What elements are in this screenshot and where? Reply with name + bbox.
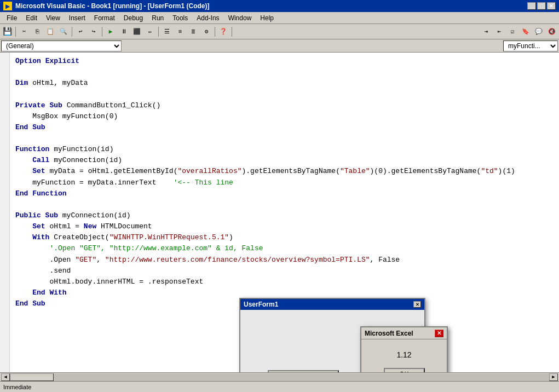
proc-dropdown[interactable]: myFuncti... bbox=[503, 41, 558, 51]
title-bar: ▶ Microsoft Visual Basic - Book1 [runnin… bbox=[0, 0, 559, 12]
tb-indent-btn[interactable]: ⇥ bbox=[480, 26, 492, 38]
menu-bar: File Edit View Insert Format Debug Run T… bbox=[0, 12, 559, 24]
line-gutter bbox=[0, 53, 10, 372]
msgbox-body: 1.12 OK bbox=[361, 339, 447, 372]
tb-stop-btn[interactable]: ⬛ bbox=[131, 26, 143, 38]
tb-sep-6 bbox=[232, 27, 232, 37]
menu-edit[interactable]: Edit bbox=[21, 13, 42, 23]
tb-sep-5 bbox=[215, 27, 215, 37]
status-bar: Immediate bbox=[0, 381, 559, 392]
code-line-10: Call myConnection(id) bbox=[15, 155, 554, 166]
h-scrollbar[interactable]: ◀ ▶ bbox=[0, 372, 559, 381]
tb-sep-1 bbox=[15, 27, 16, 37]
code-line-6: MsgBox myFunction(0) bbox=[15, 111, 554, 122]
tb-outdent-btn[interactable]: ⇤ bbox=[493, 26, 505, 38]
editor-area: Option Explicit Dim oHtml, myData Privat… bbox=[0, 53, 559, 372]
code-line-21: oHtml.body.innerHTML = .responseText bbox=[15, 276, 554, 287]
code-line-19: .Open "GET", "http://www.reuters.com/fin… bbox=[15, 255, 554, 266]
title-text: Microsoft Visual Basic - Book1 [running]… bbox=[15, 2, 209, 10]
object-dropdown[interactable]: (General) bbox=[1, 41, 122, 51]
menu-window[interactable]: Window bbox=[224, 13, 256, 23]
scrollbar-thumb[interactable] bbox=[10, 373, 54, 381]
dropdown-bar: (General) myFuncti... bbox=[0, 39, 559, 53]
tb-sep-4 bbox=[158, 27, 159, 37]
menu-debug[interactable]: Debug bbox=[119, 13, 147, 23]
code-line-17: With CreateObject("WINHTTP.WinHTTPReques… bbox=[15, 232, 554, 243]
code-line-3: Dim oHtml, myData bbox=[15, 78, 554, 89]
menu-tools[interactable]: Tools bbox=[168, 13, 192, 23]
code-line-8 bbox=[15, 133, 554, 144]
userform-title-bar: UserForm1 ✕ bbox=[240, 299, 424, 310]
scrollbar-track[interactable] bbox=[10, 373, 549, 381]
menu-format[interactable]: Format bbox=[90, 13, 119, 23]
tb-save-btn[interactable]: 💾 bbox=[1, 26, 13, 38]
menu-view[interactable]: View bbox=[42, 13, 65, 23]
tb-find-btn[interactable]: 🔍 bbox=[57, 26, 70, 38]
title-controls: _ □ ✕ bbox=[527, 2, 556, 10]
tb-userform-btn[interactable]: ☰ bbox=[161, 26, 173, 38]
code-line-1: Option Explicit bbox=[15, 56, 554, 67]
userform-title-controls: ✕ bbox=[413, 301, 421, 308]
tb-module-btn[interactable]: ≡ bbox=[174, 26, 186, 38]
tb-sep-2 bbox=[72, 27, 72, 37]
msgbox-dialog: Microsoft Excel ✕ 1.12 OK bbox=[360, 326, 448, 372]
msgbox-value: 1.12 bbox=[396, 350, 411, 359]
code-line-12: myFunction = myData.innerText '<-- This … bbox=[15, 177, 554, 188]
tb-design-btn[interactable]: ✏ bbox=[144, 26, 156, 38]
tb-run-btn[interactable]: ▶ bbox=[105, 26, 117, 38]
maximize-btn[interactable]: □ bbox=[537, 2, 546, 10]
menu-help[interactable]: Help bbox=[256, 13, 278, 23]
code-line-15: Public Sub myConnection(id) bbox=[15, 210, 554, 221]
tb-copy-btn[interactable]: ⎘ bbox=[31, 26, 43, 38]
status-text: Immediate bbox=[3, 384, 31, 390]
tb-redo-btn[interactable]: ↪ bbox=[88, 26, 100, 38]
userform-close-btn[interactable]: ✕ bbox=[413, 301, 421, 308]
code-line-5: Private Sub CommandButton1_Click() bbox=[15, 100, 554, 111]
code-line-4 bbox=[15, 89, 554, 100]
code-line-11: Set myData = oHtml.getElementById("overa… bbox=[15, 166, 554, 177]
scroll-left-btn[interactable]: ◀ bbox=[1, 373, 10, 381]
tb-bookmark-btn[interactable]: 🔖 bbox=[520, 26, 532, 38]
tb-class-btn[interactable]: ≣ bbox=[187, 26, 199, 38]
code-line-2 bbox=[15, 67, 554, 78]
tb-toggle-btn[interactable]: ☑ bbox=[506, 26, 518, 38]
msgbox-title-bar: Microsoft Excel ✕ bbox=[361, 327, 447, 339]
menu-file[interactable]: File bbox=[2, 13, 21, 23]
toolbar-1: 💾 ✂ ⎘ 📋 🔍 ↩ ↪ ▶ ⏸ ⬛ ✏ ☰ ≡ ≣ ⚙ ❓ ⇥ ⇤ bbox=[0, 24, 559, 39]
code-line-9: Function myFunction(id) bbox=[15, 144, 554, 155]
tb-paste-btn[interactable]: 📋 bbox=[44, 26, 56, 38]
code-line-13: End Function bbox=[15, 188, 554, 199]
code-line-14 bbox=[15, 199, 554, 210]
tb-pause-btn[interactable]: ⏸ bbox=[118, 26, 130, 38]
code-line-20: .send bbox=[15, 266, 554, 276]
tb-uncomment-btn[interactable]: 🔇 bbox=[546, 26, 558, 38]
userform-title-text: UserForm1 bbox=[244, 301, 278, 308]
code-line-16: Set oHtml = New HTMLDocument bbox=[15, 221, 554, 232]
tb-cut-btn[interactable]: ✂ bbox=[18, 26, 30, 38]
close-btn[interactable]: ✕ bbox=[547, 2, 556, 10]
tb-proc-btn[interactable]: ⚙ bbox=[200, 26, 212, 38]
msgbox-close-btn[interactable]: ✕ bbox=[435, 330, 443, 337]
tb-sep-3 bbox=[102, 27, 102, 37]
code-line-18: '.Open "GET", "http://www.example.com" &… bbox=[15, 243, 554, 254]
tb-undo-btn[interactable]: ↩ bbox=[74, 26, 87, 38]
scroll-right-btn[interactable]: ▶ bbox=[549, 373, 558, 381]
minimize-btn[interactable]: _ bbox=[527, 2, 536, 10]
code-line-7: End Sub bbox=[15, 122, 554, 133]
tb-help-btn[interactable]: ❓ bbox=[217, 26, 229, 38]
msgbox-title-text: Microsoft Excel bbox=[365, 330, 413, 337]
code-line-22: End With bbox=[15, 287, 554, 298]
tb-comment-btn[interactable]: 💬 bbox=[533, 26, 545, 38]
msgbox-ok-button[interactable]: OK bbox=[384, 368, 425, 372]
menu-addins[interactable]: Add-Ins bbox=[192, 13, 223, 23]
commandbutton1[interactable]: CommandButton1 bbox=[268, 370, 339, 372]
app-icon: ▶ bbox=[3, 2, 12, 10]
menu-run[interactable]: Run bbox=[147, 13, 168, 23]
menu-insert[interactable]: Insert bbox=[65, 13, 90, 23]
